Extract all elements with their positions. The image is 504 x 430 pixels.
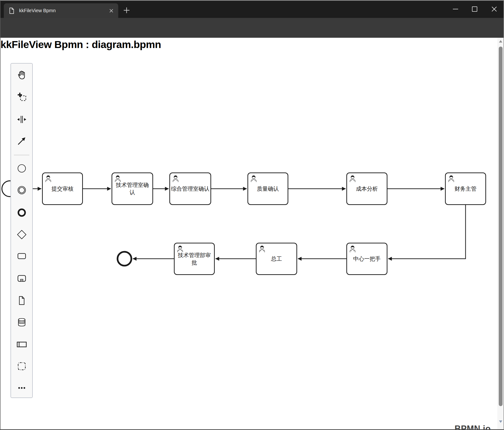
bpmn-user-task[interactable]: 成本分析 [346,172,387,205]
scrollbar-thumb[interactable] [499,47,503,406]
kkfileview-page: kkFileView Bpmn : diagram.bpmn 提交审核 技术管 [0,38,504,430]
bpmn-user-task[interactable]: 中心一把手 [346,243,387,275]
scroll-down-icon[interactable] [498,420,503,423]
browser-tab[interactable]: kkFileView Bpmn [4,3,118,18]
more-options[interactable] [16,382,27,394]
task-label: 质量确认 [256,185,280,193]
user-task-icon [349,175,356,182]
create-subprocess[interactable] [16,273,27,284]
space-tool[interactable] [16,114,27,125]
create-gateway[interactable] [16,229,27,240]
bpmn-user-task[interactable]: 质量确认 [247,172,288,205]
bpmn-user-task[interactable]: 综合管理室确认 [169,172,211,205]
create-start-event[interactable] [16,163,27,174]
user-task-icon [250,175,257,182]
task-label: 中心一把手 [352,255,382,262]
end-event[interactable] [117,252,131,266]
bpmn-user-task[interactable]: 财务主管 [445,172,486,205]
bpmn-palette [10,63,33,398]
create-group[interactable] [16,360,27,372]
user-task-icon [114,175,121,182]
browser-titlebar: kkFileView Bpmn [0,0,504,18]
browser-toolbar: https://file.kkview.cn/onlinePreview?url… [0,18,504,38]
create-end-event[interactable] [16,207,27,218]
bpmn-canvas[interactable] [0,38,497,430]
window-minimize-button[interactable] [453,9,458,9]
task-label: 总工 [270,255,283,262]
vertical-scrollbar[interactable] [497,38,504,430]
user-task-icon [177,245,184,252]
user-task-icon [448,175,455,182]
tab-title: kkFileView Bpmn [19,8,109,13]
create-participant[interactable] [16,339,27,350]
window-maximize-button[interactable] [472,7,477,12]
bpmn-io-watermark: BPMN.io [455,424,491,430]
user-task-icon [45,175,52,182]
hand-tool[interactable] [16,70,27,81]
lasso-tool[interactable] [16,91,27,103]
scroll-up-icon[interactable] [498,40,503,43]
sequence-flow[interactable] [388,205,466,259]
bpmn-user-task[interactable]: 总工 [256,243,297,275]
global-connect-tool[interactable] [16,135,27,147]
palette-separator [14,155,29,155]
create-data-object[interactable] [16,295,27,306]
document-favicon-icon [9,8,14,14]
task-label: 技术管理部审批 [175,251,214,266]
task-label: 提交审核 [51,185,74,193]
user-task-icon [172,175,179,182]
tab-close-icon[interactable] [109,9,113,13]
user-task-icon [349,245,356,252]
new-tab-button[interactable] [123,7,130,14]
task-label: 成本分析 [355,185,379,193]
create-intermediate-event[interactable] [16,184,27,196]
user-task-icon [259,245,266,252]
bpmn-user-task[interactable]: 技术管理部审批 [174,243,215,275]
bpmn-user-task[interactable]: 提交审核 [42,172,83,205]
task-label: 技术管理室确认 [112,181,153,196]
create-task[interactable] [16,250,27,262]
bpmn-user-task[interactable]: 技术管理室确认 [112,172,153,205]
create-data-store[interactable] [16,316,27,328]
task-label: 财务主管 [454,185,477,193]
task-label: 综合管理室确认 [170,185,210,193]
window-close-button[interactable] [491,6,497,12]
